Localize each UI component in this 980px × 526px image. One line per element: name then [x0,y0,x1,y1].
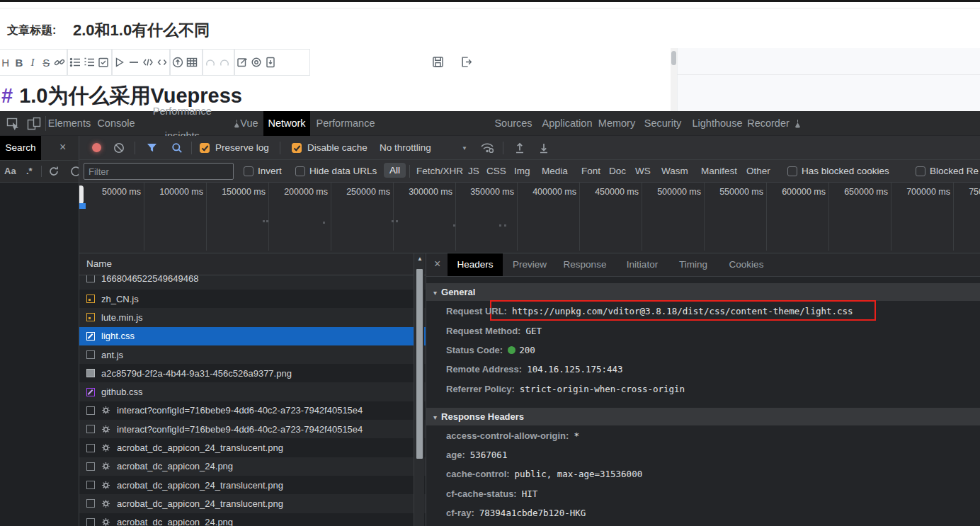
filter-type-css[interactable]: CSS [486,166,506,176]
device-toolbar-icon[interactable] [27,117,41,131]
tab-security[interactable]: Security [639,111,687,136]
bullet-list-button[interactable] [68,50,82,75]
search-tab[interactable]: Search [0,136,41,160]
toolbar-group-history [203,49,234,76]
section-response-headers[interactable]: ▾Response Headers [426,408,980,425]
request-list-scrollbar[interactable]: ▲ [414,253,424,526]
filter-type-wasm[interactable]: Wasm [661,166,688,176]
blocked-requests-checkbox[interactable] [916,166,925,176]
table-row[interactable]: zh_CN.js [79,290,426,308]
filter-type-fetch-xhr[interactable]: Fetch/XHR [416,166,463,176]
invert-checkbox[interactable] [244,166,253,176]
filter-type-doc[interactable]: Doc [609,166,626,176]
inline-code-button[interactable] [155,50,169,75]
network-conditions-icon[interactable] [480,142,494,154]
tab-sources[interactable]: Sources [491,111,535,136]
tab-preview[interactable]: Preview [507,253,552,276]
overview-scrollbar-thumb[interactable] [79,185,84,204]
search-icon[interactable] [171,142,183,154]
tab-initiator[interactable]: Initiator [619,253,666,276]
upload-button[interactable] [171,50,185,75]
tab-performance[interactable]: Performance [310,111,381,136]
quote-button[interactable] [113,50,127,75]
table-row[interactable]: acrobat_dc_appicon_24.png [79,457,426,476]
chevron-down-icon[interactable]: ▼ [462,145,467,151]
edit-mode-button[interactable] [235,50,249,75]
filter-input[interactable] [84,163,234,180]
bold-button[interactable]: B [12,50,25,75]
editor-scrollbar[interactable] [671,48,677,111]
close-icon[interactable]: × [434,258,440,270]
tab-lighthouse[interactable]: Lighthouse [687,111,748,136]
strikethrough-button[interactable]: S [40,50,53,75]
tab-response[interactable]: Response [559,253,610,276]
export-har-icon[interactable] [538,142,549,154]
table-row[interactable]: interact?configId=716bebe9-4dd6-40c2-a72… [79,401,426,420]
table-row-selected[interactable]: light.css [79,327,426,345]
has-blocked-cookies-checkbox[interactable] [787,166,797,176]
inspect-element-icon[interactable] [6,117,21,131]
tab-performance-insights[interactable]: Performance insights [136,111,241,136]
scrollbar-thumb[interactable] [416,269,423,459]
table-row[interactable]: ant.js [79,345,426,364]
regex-button[interactable]: .* [26,166,33,176]
outline-button[interactable] [263,50,278,75]
table-row[interactable]: acrobat_dc_appicon_24.png [79,513,426,526]
filter-type-font[interactable]: Font [581,166,600,176]
filter-type-js[interactable]: JS [468,166,479,176]
editor-scrollbar-thumb[interactable] [671,51,676,65]
tab-network[interactable]: Network [263,111,310,136]
article-title-value[interactable]: 2.0和1.0有什么不同 [73,20,210,41]
filter-type-manifest[interactable]: Manifest [701,166,737,176]
tab-headers[interactable]: Headers [448,253,503,276]
section-general[interactable]: ▾General [426,283,980,301]
network-overview[interactable]: 50000 ms 100000 ms 150000 ms 200000 ms 2… [79,183,980,253]
tab-application[interactable]: Application [535,111,599,136]
table-row[interactable]: lute.min.js [79,308,426,326]
preserve-log-checkbox[interactable] [200,143,210,153]
check-list-button[interactable] [96,50,110,75]
clear-icon[interactable] [113,142,125,154]
italic-button[interactable]: I [25,50,39,75]
filter-type-other[interactable]: Other [746,166,770,176]
filter-type-media[interactable]: Media [542,166,568,176]
refresh-icon[interactable] [48,166,59,177]
column-header-name[interactable]: Name [79,253,426,275]
save-button[interactable] [428,52,448,72]
table-row[interactable]: 1668046522549649468 [79,275,426,290]
throttling-select[interactable]: No throttling [380,142,431,153]
redo-button[interactable] [217,50,232,75]
disable-cache-checkbox[interactable] [292,143,302,153]
tab-vue[interactable]: Vue [234,111,265,136]
code-block-button[interactable] [141,50,155,75]
tab-memory[interactable]: Memory [595,111,639,136]
heading-button[interactable]: H [0,50,12,75]
filter-type-img[interactable]: Img [514,166,530,176]
table-row[interactable]: interact?configId=716bebe9-4dd6-40c2-a72… [79,420,426,438]
table-row[interactable]: github.css [79,382,426,401]
filter-icon[interactable] [146,142,158,154]
match-case-button[interactable]: Aa [4,166,16,176]
close-icon[interactable]: × [59,141,66,154]
scroll-up-icon[interactable]: ▲ [416,256,424,262]
import-har-icon[interactable] [514,142,525,154]
ordered-list-button[interactable] [82,50,96,75]
table-row[interactable]: acrobat_dc_appicon_24_translucent.png [79,476,426,494]
record-button[interactable] [92,143,101,152]
link-button[interactable] [53,50,67,75]
tab-recorder[interactable]: Recorder [742,111,807,136]
tab-timing[interactable]: Timing [673,253,714,276]
table-row[interactable]: acrobat_dc_appicon_24_translucent.png [79,438,426,457]
filter-type-all[interactable]: All [384,163,406,178]
filter-type-ws[interactable]: WS [635,166,651,176]
hide-data-urls-checkbox[interactable] [295,166,305,176]
export-button[interactable] [456,52,476,72]
tab-cookies[interactable]: Cookies [724,253,769,276]
clear-search-icon[interactable] [70,166,79,177]
table-row[interactable]: acrobat_dc_appicon_24_translucent.png [79,494,426,513]
table-button[interactable] [185,50,199,75]
preview-mode-button[interactable] [249,50,263,75]
horizontal-rule-button[interactable] [127,50,141,75]
undo-button[interactable] [203,50,217,75]
table-row[interactable]: a2c8579d-2f2a-4b44-9a31-456c526a9377.png [79,364,426,382]
